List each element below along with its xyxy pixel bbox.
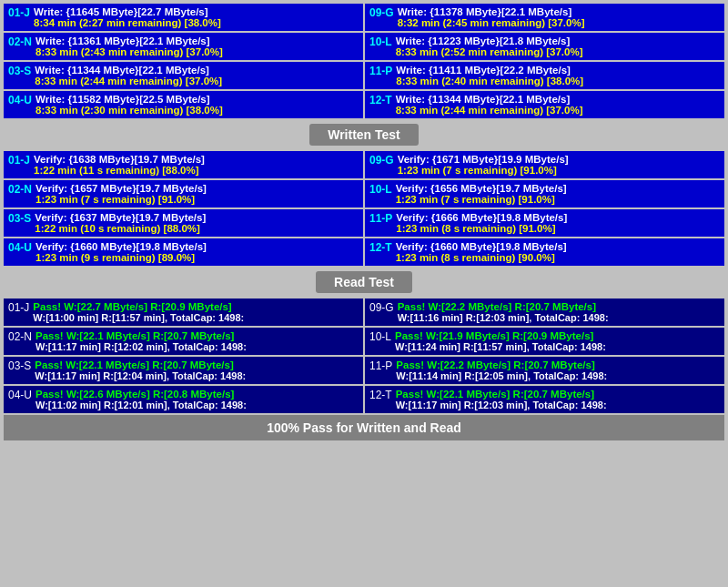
verify-line2-12t: 1:23 min (8 s remaining) [90.0%]	[396, 252, 567, 263]
row-label-01j: 01-J	[8, 6, 30, 19]
verify-line1-09g: Verify: {1671 MByte}[19.9 MByte/s]	[398, 154, 569, 165]
pass-line2-03s: W:[11:17 min] R:[12:04 min], TotalCap: 1…	[35, 370, 246, 381]
verify-line1-04u: Verify: {1660 MByte}[19.8 MByte/s]	[35, 241, 207, 252]
pass-line1-03s: Pass! W:[22.1 MByte/s] R:[20.7 MByte/s]	[35, 359, 246, 370]
pass-label-09g: 09-G	[369, 301, 394, 314]
pass-line2-02n: W:[11:17 min] R:[12:02 min], TotalCap: 1…	[35, 341, 247, 352]
verify-line1-12t: Verify: {1660 MByte}[19.8 MByte/s]	[396, 241, 567, 252]
verify-line2-02n: 1:23 min (7 s remaining) [91.0%]	[35, 194, 207, 205]
pass-label-12t: 12-T	[369, 389, 392, 401]
write-cell-03s: 03-S Write: {11344 MByte}[22.1 MByte/s] …	[4, 62, 363, 89]
pass-cell-04u: 04-U Pass! W:[22.6 MByte/s] R:[20.8 MByt…	[4, 386, 363, 413]
write-cell-02n: 02-N Write: {11361 MByte}[22.1 MByte/s] …	[4, 33, 363, 60]
verify-line1-11p: Verify: {1666 MByte}[19.8 MByte/s]	[396, 212, 567, 223]
write-line1-12t: Write: {11344 MByte}[22.1 MByte/s]	[396, 94, 583, 105]
verify-line1-10l: Verify: {1656 MByte}[19.7 MByte/s]	[396, 183, 567, 194]
verify-label-12t: 12-T	[369, 241, 392, 254]
write-line1-10l: Write: {11223 MByte}[21.8 MByte/s]	[396, 35, 583, 46]
write-cell-04u: 04-U Write: {11582 MByte}[22.5 MByte/s] …	[4, 91, 363, 118]
verify-label-09g: 09-G	[369, 154, 394, 167]
write-line2-02n: 8:33 min (2:43 min remaining) [37.0%]	[35, 46, 223, 57]
pass-line1-12t: Pass! W:[22.1 MByte/s] R:[20.7 MByte/s]	[396, 389, 607, 400]
write-line1-04u: Write: {11582 MByte}[22.5 MByte/s]	[35, 94, 223, 105]
pass-cell-12t: 12-T Pass! W:[22.1 MByte/s] R:[20.7 MByt…	[365, 386, 724, 413]
pass-line2-09g: W:[11:16 min] R:[12:03 min], TotalCap: 1…	[398, 312, 609, 323]
verify-label-01j: 01-J	[8, 154, 30, 167]
verify-line2-10l: 1:23 min (7 s remaining) [91.0%]	[396, 194, 567, 205]
write-line2-10l: 8:33 min (2:52 min remaining) [37.0%]	[396, 46, 583, 57]
verify-line1-03s: Verify: {1637 MByte}[19.7 MByte/s]	[35, 212, 206, 223]
verify-label-10l: 10-L	[369, 183, 392, 196]
verify-cell-10l: 10-L Verify: {1656 MByte}[19.7 MByte/s] …	[365, 180, 724, 207]
pass-label-02n: 02-N	[8, 330, 32, 343]
written-test-label: Written Test	[309, 124, 419, 146]
pass-line2-01j: W:[11:00 min] R:[11:57 min], TotalCap: 1…	[33, 312, 244, 323]
write-cell-01j: 01-J Write: {11645 MByte}[22.7 MByte/s] …	[4, 4, 363, 31]
verify-line1-01j: Verify: {1638 MByte}[19.7 MByte/s]	[34, 154, 205, 165]
row-label-04u: 04-U	[8, 94, 32, 106]
pass-line1-10l: Pass! W:[21.9 MByte/s] R:[20.9 MByte/s]	[395, 330, 606, 341]
pass-line1-09g: Pass! W:[22.2 MByte/s] R:[20.7 MByte/s]	[398, 301, 609, 312]
row-label-03s: 03-S	[8, 65, 31, 77]
write-line1-01j: Write: {11645 MByte}[22.7 MByte/s]	[34, 6, 221, 17]
verify-label-11p: 11-P	[369, 212, 392, 225]
write-line2-01j: 8:34 min (2:27 min remaining) [38.0%]	[34, 17, 221, 28]
read-test-label-row: Read Test	[4, 268, 724, 297]
pass-label-10l: 10-L	[369, 330, 391, 343]
write-line1-02n: Write: {11361 MByte}[22.1 MByte/s]	[35, 35, 223, 46]
bottom-bar: 100% Pass for Written and Read	[4, 415, 724, 440]
pass-label-03s: 03-S	[8, 359, 31, 372]
verify-label-03s: 03-S	[8, 212, 31, 225]
verify-line2-09g: 1:23 min (7 s remaining) [91.0%]	[398, 165, 569, 176]
verify-line2-04u: 1:23 min (9 s remaining) [89.0%]	[35, 252, 207, 263]
write-line2-04u: 8:33 min (2:30 min remaining) [38.0%]	[35, 105, 223, 116]
verify-line2-11p: 1:23 min (8 s remaining) [91.0%]	[396, 223, 567, 234]
pass-line1-11p: Pass! W:[22.2 MByte/s] R:[20.7 MByte/s]	[396, 359, 607, 370]
verify-cell-04u: 04-U Verify: {1660 MByte}[19.8 MByte/s] …	[4, 238, 363, 266]
verify-line2-01j: 1:22 min (11 s remaining) [88.0%]	[34, 165, 205, 176]
read-test-label: Read Test	[316, 271, 412, 293]
written-test-label-row: Written Test	[4, 120, 724, 149]
row-label-02n: 02-N	[8, 35, 32, 48]
write-line2-09g: 8:32 min (2:45 min remaining) [37.0%]	[398, 17, 585, 28]
verify-cell-09g: 09-G Verify: {1671 MByte}[19.9 MByte/s] …	[365, 151, 724, 178]
write-cell-09g: 09-G Write: {11378 MByte}[22.1 MByte/s] …	[365, 4, 724, 31]
write-line1-09g: Write: {11378 MByte}[22.1 MByte/s]	[398, 6, 585, 17]
verify-line1-02n: Verify: {1657 MByte}[19.7 MByte/s]	[35, 183, 207, 194]
pass-cell-10l: 10-L Pass! W:[21.9 MByte/s] R:[20.9 MByt…	[365, 328, 724, 355]
pass-cell-09g: 09-G Pass! W:[22.2 MByte/s] R:[20.7 MByt…	[365, 299, 724, 326]
write-line1-11p: Write: {11411 MByte}[22.2 MByte/s]	[396, 65, 583, 76]
pass-line1-04u: Pass! W:[22.6 MByte/s] R:[20.8 MByte/s]	[35, 389, 247, 400]
pass-line2-04u: W:[11:02 min] R:[12:01 min], TotalCap: 1…	[35, 400, 247, 410]
pass-cell-11p: 11-P Pass! W:[22.2 MByte/s] R:[20.7 MByt…	[365, 357, 724, 384]
write-section: 01-J Write: {11645 MByte}[22.7 MByte/s] …	[4, 4, 724, 149]
write-cell-10l: 10-L Write: {11223 MByte}[21.8 MByte/s] …	[365, 33, 724, 60]
row-label-12t: 12-T	[369, 94, 392, 106]
write-line1-03s: Write: {11344 MByte}[22.1 MByte/s]	[35, 65, 222, 76]
pass-line1-01j: Pass! W:[22.7 MByte/s] R:[20.9 MByte/s]	[33, 301, 244, 312]
write-cell-11p: 11-P Write: {11411 MByte}[22.2 MByte/s] …	[365, 62, 724, 89]
verify-line2-03s: 1:22 min (10 s remaining) [88.0%]	[35, 223, 206, 234]
pass-cell-01j: 01-J Pass! W:[22.7 MByte/s] R:[20.9 MByt…	[4, 299, 363, 326]
pass-line2-11p: W:[11:14 min] R:[12:05 min], TotalCap: 1…	[396, 370, 607, 381]
verify-cell-12t: 12-T Verify: {1660 MByte}[19.8 MByte/s] …	[365, 238, 724, 266]
read-section: 01-J Pass! W:[22.7 MByte/s] R:[20.9 MByt…	[4, 299, 724, 413]
write-line2-12t: 8:33 min (2:44 min remaining) [37.0%]	[396, 105, 583, 116]
pass-label-01j: 01-J	[8, 301, 29, 314]
verify-cell-11p: 11-P Verify: {1666 MByte}[19.8 MByte/s] …	[365, 209, 724, 237]
verify-label-04u: 04-U	[8, 241, 32, 254]
write-line2-11p: 8:33 min (2:40 min remaining) [38.0%]	[396, 76, 583, 86]
verify-cell-01j: 01-J Verify: {1638 MByte}[19.7 MByte/s] …	[4, 151, 363, 178]
pass-cell-03s: 03-S Pass! W:[22.1 MByte/s] R:[20.7 MByt…	[4, 357, 363, 384]
verify-cell-03s: 03-S Verify: {1637 MByte}[19.7 MByte/s] …	[4, 209, 363, 237]
row-label-10l: 10-L	[369, 35, 392, 48]
verify-section: 01-J Verify: {1638 MByte}[19.7 MByte/s] …	[4, 151, 724, 297]
row-label-11p: 11-P	[369, 65, 392, 77]
pass-line2-12t: W:[11:17 min] R:[12:03 min], TotalCap: 1…	[396, 400, 607, 410]
pass-label-11p: 11-P	[369, 359, 392, 372]
row-label-09g: 09-G	[369, 6, 394, 19]
write-cell-12t: 12-T Write: {11344 MByte}[22.1 MByte/s] …	[365, 91, 724, 118]
verify-label-02n: 02-N	[8, 183, 32, 196]
pass-line1-02n: Pass! W:[22.1 MByte/s] R:[20.7 MByte/s]	[35, 330, 247, 341]
pass-cell-02n: 02-N Pass! W:[22.1 MByte/s] R:[20.7 MByt…	[4, 328, 363, 355]
